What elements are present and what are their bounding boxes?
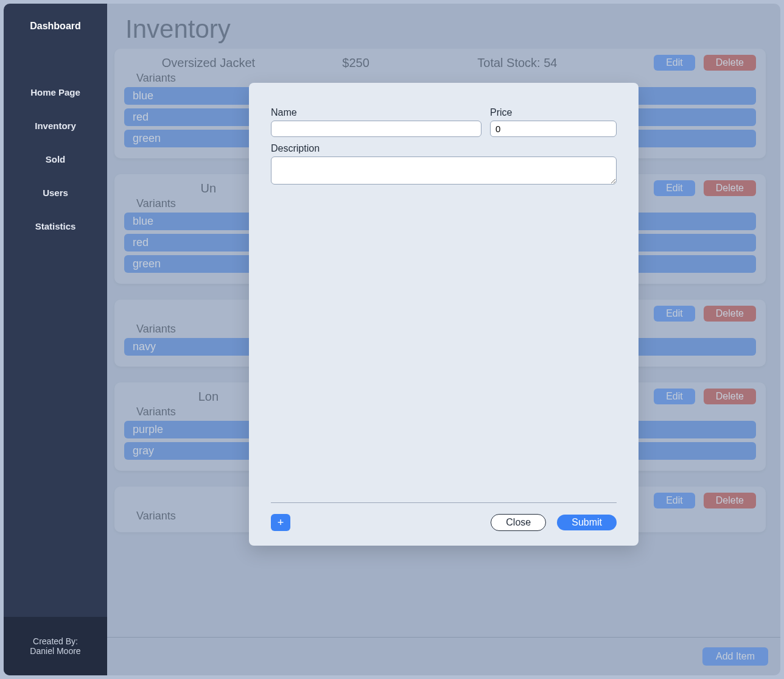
submit-button[interactable]: Submit — [557, 515, 617, 530]
sidebar-item-users[interactable]: Users — [4, 176, 107, 209]
modal-body: Name Price Description — [271, 107, 617, 502]
name-label: Name — [271, 107, 481, 118]
sidebar-item-sold[interactable]: Sold — [4, 142, 107, 176]
sidebar-item-inventory[interactable]: Inventory — [4, 109, 107, 142]
desc-label: Description — [271, 143, 617, 154]
modal-divider — [271, 502, 617, 503]
footer-credit-1: Created By: — [11, 636, 100, 646]
main-area: Inventory Oversized Jacket$250Total Stoc… — [107, 4, 780, 675]
add-item-modal: Name Price Description — [249, 83, 639, 546]
sidebar-item-home[interactable]: Home Page — [4, 76, 107, 109]
form-group-price: Price — [490, 107, 617, 137]
modal-overlay[interactable]: Name Price Description — [107, 4, 780, 675]
sidebar-footer: Created By: Daniel Moore — [4, 617, 107, 675]
sidebar-top: Dashboard Home Page Inventory Sold Users… — [4, 4, 107, 243]
form-group-desc: Description — [271, 143, 617, 185]
sidebar: Dashboard Home Page Inventory Sold Users… — [4, 4, 107, 675]
desc-input[interactable] — [271, 157, 617, 185]
app-root: Dashboard Home Page Inventory Sold Users… — [0, 0, 784, 679]
sidebar-item-statistics[interactable]: Statistics — [4, 209, 107, 243]
sidebar-nav: Home Page Inventory Sold Users Statistic… — [4, 51, 107, 243]
form-group-name: Name — [271, 107, 481, 137]
price-label: Price — [490, 107, 617, 118]
modal-footer: + Close Submit — [271, 514, 617, 531]
modal-row-1: Name Price — [271, 107, 617, 137]
sidebar-title: Dashboard — [4, 4, 107, 51]
footer-credit-2: Daniel Moore — [11, 646, 100, 656]
price-input[interactable] — [490, 121, 617, 137]
close-button[interactable]: Close — [491, 514, 546, 531]
name-input[interactable] — [271, 121, 481, 137]
add-variant-button[interactable]: + — [271, 514, 290, 531]
